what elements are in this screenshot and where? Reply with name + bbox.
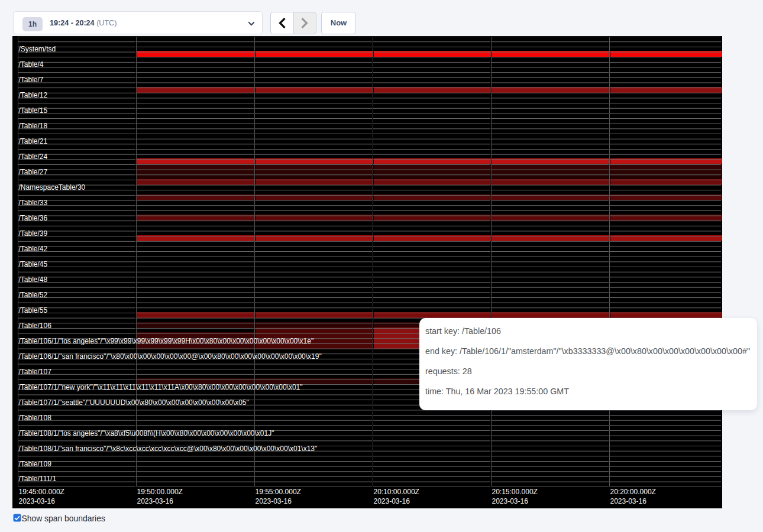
- svg-text:/Table/24: /Table/24: [19, 153, 48, 161]
- svg-text:/Table/15: /Table/15: [19, 106, 48, 115]
- svg-text:/Table/21: /Table/21: [19, 137, 48, 145]
- svg-text:/Table/33: /Table/33: [19, 199, 48, 207]
- svg-text:19:45:00.000Z: 19:45:00.000Z: [19, 488, 64, 496]
- svg-text:20:15:00.000Z: 20:15:00.000Z: [492, 488, 538, 496]
- svg-text:19:50:00.000Z: 19:50:00.000Z: [137, 488, 183, 496]
- svg-text:/Table/4: /Table/4: [19, 60, 44, 69]
- svg-text:/Table/52: /Table/52: [19, 291, 48, 299]
- svg-text:/Table/107: /Table/107: [19, 368, 52, 376]
- svg-text:/Table/108/1/"san francisco"/": /Table/108/1/"san francisco"/"\x8c\xcc\x…: [19, 445, 318, 453]
- svg-text:/Table/106/1/"san francisco"/": /Table/106/1/"san francisco"/"\x80\x00\x…: [19, 352, 322, 361]
- svg-text:/Table/107/1/"new york"/"\x11\: /Table/107/1/"new york"/"\x11\x11\x11\x1…: [19, 383, 303, 391]
- svg-text:19:55:00.000Z: 19:55:00.000Z: [256, 488, 301, 496]
- svg-text:2023-03-16: 2023-03-16: [492, 497, 529, 505]
- svg-text:/Table/27: /Table/27: [19, 168, 48, 176]
- svg-text:20:20:00.000Z: 20:20:00.000Z: [610, 488, 656, 496]
- svg-text:/NamespaceTable/30: /NamespaceTable/30: [19, 183, 86, 192]
- svg-text:2023-03-16: 2023-03-16: [610, 497, 647, 505]
- svg-text:/Table/36: /Table/36: [19, 214, 48, 222]
- svg-text:/Table/7: /Table/7: [19, 76, 44, 84]
- svg-text:/Table/48: /Table/48: [19, 275, 48, 284]
- svg-text:/Table/107/1/"seattle"/"UUUUUU: /Table/107/1/"seattle"/"UUUUUUD\x00\x80\…: [19, 398, 249, 407]
- svg-text:/Table/12: /Table/12: [19, 91, 48, 99]
- svg-text:2023-03-16: 2023-03-16: [256, 497, 292, 505]
- svg-text:/Table/106/1/"los angeles"/"\x: /Table/106/1/"los angeles"/"\x99\x99\x99…: [19, 337, 314, 345]
- svg-text:/Table/109: /Table/109: [19, 460, 52, 468]
- svg-text:/Table/55: /Table/55: [19, 306, 48, 314]
- svg-text:2023-03-16: 2023-03-16: [374, 497, 410, 505]
- svg-text:/Table/111/1: /Table/111/1: [19, 475, 57, 483]
- svg-text:/Table/45: /Table/45: [19, 260, 48, 268]
- svg-text:/Table/108/1/"los angeles"/"\x: /Table/108/1/"los angeles"/"\xa8\xf5\u00…: [19, 429, 274, 437]
- svg-text:/Table/18: /Table/18: [19, 122, 48, 130]
- svg-text:/System/tsd: /System/tsd: [19, 45, 56, 53]
- svg-text:/Table/39: /Table/39: [19, 229, 48, 238]
- svg-text:/Table/108: /Table/108: [19, 414, 52, 422]
- svg-text:/Table/106: /Table/106: [19, 322, 52, 330]
- svg-text:/Table/42: /Table/42: [19, 245, 48, 253]
- svg-text:2023-03-16: 2023-03-16: [19, 497, 56, 505]
- svg-text:2023-03-16: 2023-03-16: [137, 497, 174, 505]
- svg-text:20:10:00.000Z: 20:10:00.000Z: [374, 488, 419, 496]
